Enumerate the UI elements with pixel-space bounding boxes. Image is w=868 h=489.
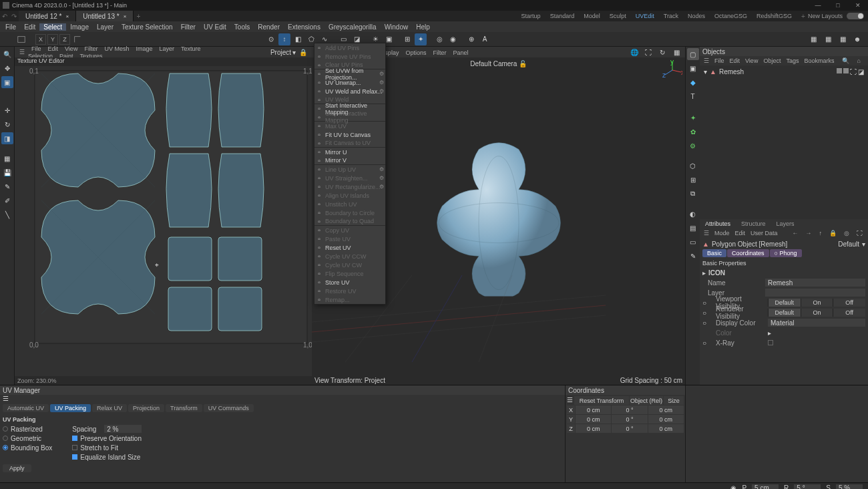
- sym-icon[interactable]: ⧉: [687, 188, 699, 200]
- uvm-tab-uv-commands[interactable]: UV Commands: [204, 404, 254, 412]
- lock-icon[interactable]: 🔒: [297, 46, 309, 58]
- layout-octanegsg[interactable]: OctaneGSG: [714, 13, 747, 19]
- screen-icon[interactable]: ▭: [687, 236, 699, 248]
- expand-icon[interactable]: ⛶: [854, 230, 865, 236]
- pos-input[interactable]: 0 cm: [576, 405, 611, 414]
- object-tree[interactable]: ▾ ▲ Remesh ⛶ ◪: [700, 65, 868, 219]
- translate-icon[interactable]: ✛: [1, 104, 13, 116]
- layout-track[interactable]: Track: [664, 13, 678, 19]
- back-icon[interactable]: ←: [790, 230, 801, 236]
- reset-transform-button[interactable]: Reset Transform: [574, 396, 629, 405]
- size-input[interactable]: 0 cm: [648, 424, 684, 433]
- layer-input[interactable]: [765, 289, 865, 297]
- key-icon[interactable]: ▦: [807, 33, 819, 45]
- target-icon[interactable]: ◎: [841, 230, 852, 236]
- menu-layer[interactable]: Layer: [93, 23, 118, 31]
- uv-menu-layer[interactable]: Layer: [156, 45, 178, 52]
- vp-menu-options[interactable]: Options: [402, 49, 429, 56]
- vp-menu-filter[interactable]: Filter: [429, 49, 449, 56]
- document-tab[interactable]: Untitled 13 *×: [76, 11, 134, 21]
- menu-image[interactable]: Image: [66, 23, 93, 31]
- hamburger-icon[interactable]: ☰: [701, 57, 712, 64]
- radio-bounding-box[interactable]: [3, 445, 8, 450]
- radio-rasterized[interactable]: [3, 426, 8, 432]
- ctx-uv-unwrap-[interactable]: ▫UV Unwrap...⚙: [314, 78, 385, 87]
- uvm-tab-automatic-uv[interactable]: Automatic UV: [3, 404, 49, 412]
- menu-texture-selection[interactable]: Texture Selection: [118, 23, 177, 31]
- uvm-tab-uv-packing[interactable]: UV Packing: [50, 404, 91, 412]
- move-tool-icon[interactable]: ✥: [1, 62, 13, 74]
- snap-vertex-icon[interactable]: ✦: [415, 33, 427, 45]
- gear-icon[interactable]: ⚙: [687, 140, 699, 152]
- brush2-icon[interactable]: ✎: [687, 250, 699, 262]
- ctx-fit-uv-to-canvas[interactable]: ▫Fit UV to Canvas: [314, 130, 385, 139]
- close-button[interactable]: ✕: [848, 0, 868, 11]
- render-view-icon[interactable]: ◎: [433, 33, 445, 45]
- group-icon[interactable]: ✿: [687, 126, 699, 138]
- obj-menu-bookmarks[interactable]: Bookmarks: [801, 57, 837, 64]
- attr-tab-layers[interactable]: Layers: [771, 219, 800, 228]
- size-input[interactable]: 0 cm: [648, 415, 684, 424]
- attr-tab-structure[interactable]: Structure: [736, 219, 771, 228]
- xray-checkbox[interactable]: [768, 340, 773, 345]
- vis-render-icon[interactable]: [843, 68, 849, 73]
- obj-menu-view[interactable]: View: [742, 57, 761, 64]
- size-dropdown[interactable]: Size: [664, 396, 684, 405]
- tool-rec-icon[interactable]: ⊙: [265, 33, 277, 45]
- vp-refresh-icon[interactable]: ↻: [656, 46, 668, 58]
- menu-select[interactable]: Select: [39, 23, 66, 31]
- expand-icon[interactable]: ▸: [702, 269, 706, 277]
- maximize-button[interactable]: □: [828, 0, 848, 11]
- uvm-tab-relax-uv[interactable]: Relax UV: [92, 404, 127, 412]
- rec-icon[interactable]: ▦: [822, 33, 834, 45]
- attr-menu-mode[interactable]: Mode: [712, 230, 732, 236]
- layout-toggle-icon[interactable]: [15, 33, 27, 45]
- vp-globe-icon[interactable]: 🌐: [628, 46, 640, 58]
- rot-input[interactable]: 0 °: [612, 415, 647, 424]
- line-icon[interactable]: ╲: [1, 208, 13, 220]
- history-back[interactable]: ↶: [0, 11, 9, 21]
- pen-icon[interactable]: ✐: [1, 194, 13, 206]
- close-tab-icon[interactable]: ×: [124, 13, 127, 19]
- radio-geometric[interactable]: [3, 436, 8, 441]
- uv-menu-file[interactable]: File: [28, 45, 45, 52]
- hamburger-icon[interactable]: ☰: [701, 230, 712, 236]
- menu-help[interactable]: Help: [412, 23, 434, 31]
- uv-menu-uv-mesh[interactable]: UV Mesh: [101, 45, 132, 52]
- user-icon[interactable]: ☻: [851, 33, 863, 45]
- hex-icon[interactable]: ⬡: [687, 160, 699, 172]
- new-tab[interactable]: +: [134, 11, 143, 21]
- material-icon[interactable]: ◐: [687, 208, 699, 220]
- home-icon[interactable]: ⌂: [854, 57, 863, 64]
- auto-icon[interactable]: ▦: [837, 33, 849, 45]
- apply-button[interactable]: Apply: [3, 464, 31, 472]
- new-layouts-label[interactable]: New Layouts: [808, 13, 843, 19]
- axis-z[interactable]: Z: [59, 34, 70, 45]
- pos-field[interactable]: 5 cm: [752, 484, 779, 490]
- font-icon[interactable]: A: [479, 33, 491, 45]
- document-tab[interactable]: Untitled 12 *×: [19, 11, 76, 21]
- rot-input[interactable]: 0 °: [612, 424, 647, 433]
- null-icon[interactable]: ✦: [687, 112, 699, 124]
- obj-menu-edit[interactable]: Edit: [727, 57, 743, 64]
- tool-cube-icon[interactable]: ◧: [292, 33, 304, 45]
- add-layout[interactable]: +: [799, 11, 808, 21]
- menu-uv-edit[interactable]: UV Edit: [200, 23, 230, 31]
- vp-menu-panel[interactable]: Panel: [449, 49, 471, 56]
- pos-input[interactable]: 0 cm: [576, 415, 611, 424]
- minimize-button[interactable]: —: [808, 0, 828, 11]
- lock-icon[interactable]: 🔒: [827, 230, 839, 236]
- ctx-mirror-v[interactable]: ▫Mirror V: [314, 156, 385, 165]
- up-icon[interactable]: ↑: [817, 230, 825, 236]
- name-input[interactable]: Remesh: [765, 279, 865, 287]
- disp-color-dropdown[interactable]: Material: [768, 319, 865, 327]
- tag-tab-coordinates[interactable]: Coordinates: [727, 249, 769, 257]
- check-equalize-island-size[interactable]: [72, 454, 77, 460]
- vp-vis-toggle[interactable]: DefaultOnOff: [768, 299, 865, 307]
- close-tab-icon[interactable]: ×: [65, 13, 69, 19]
- object-rel-dropdown[interactable]: Object (Rel): [630, 396, 663, 405]
- menu-greyscalegorilla[interactable]: Greyscalegorilla: [324, 23, 381, 31]
- uv-grid-icon[interactable]: ▦: [1, 152, 13, 164]
- play-button[interactable]: ◉: [730, 484, 736, 489]
- icon-section[interactable]: ICON: [708, 269, 725, 277]
